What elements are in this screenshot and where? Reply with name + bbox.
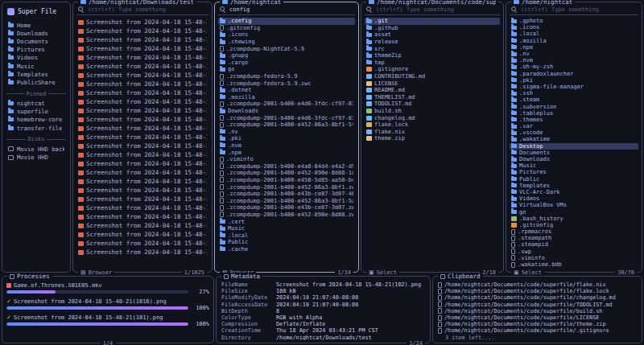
file-row[interactable]: go [510, 208, 638, 215]
file-row[interactable]: .github [365, 25, 500, 32]
file-row[interactable]: release [365, 39, 500, 46]
file-row[interactable]: .chewing [218, 39, 355, 46]
file-row[interactable]: .var [510, 123, 638, 129]
file-row[interactable]: .npm [510, 44, 638, 51]
file-row[interactable]: Pictures [510, 169, 638, 175]
file-row[interactable]: .npm [218, 149, 355, 156]
file-row[interactable]: Screenshot from 2024-04-18 15-48-21(123)… [76, 221, 208, 230]
file-row[interactable]: .wakatime [510, 136, 638, 142]
file-row[interactable]: flake.lock [365, 121, 500, 129]
file-row[interactable]: .zcompdump-fedora-5.9.zwc [218, 80, 355, 87]
file-row[interactable]: Videos [510, 195, 638, 202]
sidebar-disk-item[interactable]: Movie HHD [6, 153, 66, 161]
file-row[interactable]: Music [510, 162, 638, 169]
file-row[interactable]: theme.zip [365, 135, 500, 142]
file-row[interactable]: changelog.md [365, 114, 500, 121]
file-row[interactable]: .cargo [218, 60, 355, 67]
sidebar-item[interactable]: Documents [6, 37, 66, 45]
file-row[interactable]: .dotnet [218, 87, 355, 94]
sidebar-pinned-item[interactable]: nightcat [6, 100, 66, 108]
file-row[interactable]: Screenshot from 2024-04-18 15-48-21(108)… [76, 88, 208, 97]
sidebar-item[interactable]: Videos [6, 54, 66, 62]
file-row[interactable]: .nv [218, 129, 355, 136]
file-row[interactable]: tmp [365, 60, 500, 67]
file-row[interactable]: .sigma-file-manager [510, 84, 638, 90]
file-row[interactable]: Screenshot from 2024-04-18 15-48-21(109)… [76, 97, 208, 106]
file-row[interactable]: README.md [365, 87, 500, 94]
file-row[interactable]: Screenshot from 2024-04-18 15-48-21(117)… [76, 168, 208, 177]
file-row[interactable]: .mozilla [218, 94, 355, 101]
file-row[interactable]: CONTRIBUTING.md [365, 73, 500, 80]
file-row[interactable]: .zcompdump-2001-b400-e452-890e-8d88-1db3 [218, 170, 355, 177]
file-row[interactable]: Screenshot from 2024-04-18 15-48-21(105)… [76, 62, 208, 71]
file-row[interactable]: Public [510, 176, 638, 183]
file-row[interactable]: Screenshot from 2024-04-18 15-48-21(100)… [76, 18, 208, 27]
file-row[interactable]: .swp [510, 248, 638, 255]
file-row[interactable]: Screenshot from 2024-04-18 15-48-21(110)… [76, 106, 208, 115]
file-row[interactable]: .steampid [510, 241, 638, 248]
file-row[interactable]: Screenshot from 2024-04-18 15-48-21(104)… [76, 53, 208, 62]
file-row[interactable]: .paradoxlauncher [510, 71, 638, 77]
file-row[interactable]: .icons [218, 31, 355, 39]
sidebar-pinned-item[interactable]: homebrew-core [6, 116, 66, 124]
clipboard-item[interactable]: /home/nightcat/Documents/code/superfile/… [438, 314, 638, 321]
file-row[interactable]: .zcompdump-2001-b400-e452-86a3-8bf1-5a0d [218, 197, 355, 204]
file-row[interactable]: .themes [510, 117, 638, 123]
file-row[interactable]: go [218, 66, 355, 73]
file-row[interactable]: .steam [510, 97, 638, 103]
file-row[interactable]: .bash_history [510, 216, 638, 222]
file-row[interactable]: .git [365, 18, 500, 25]
file-row[interactable]: .gitignore [365, 66, 500, 73]
file-row[interactable]: .zcompdump-2001-b400-e4d6-3fdc-cf97-8189… [218, 114, 355, 121]
file-row[interactable]: .pki [218, 135, 355, 142]
sidebar-pinned-item[interactable]: superfile [6, 108, 66, 116]
file-row[interactable]: .viminfo [218, 156, 355, 163]
file-row[interactable]: .nv [510, 51, 638, 57]
file-row[interactable]: .wakatime.bdb [510, 261, 638, 268]
sidebar-item[interactable]: Home [6, 21, 66, 29]
file-row[interactable]: .gitconfig [218, 25, 355, 32]
file-row[interactable]: VLC-Arc-Dark [510, 189, 638, 195]
file-row[interactable]: LICENSE [365, 80, 500, 87]
file-row[interactable]: .zcompdump-NightCat-5.9 [218, 45, 355, 52]
file-row[interactable]: build.sh [365, 108, 500, 115]
file-row[interactable]: flake.nix [365, 129, 500, 136]
file-row[interactable]: .zcompdump-2001-b400-e452-86a3-8bf1-5f6c [218, 121, 355, 129]
search-input[interactable]: (ctrl+f) Type something [510, 5, 638, 15]
file-row[interactable]: Screenshot from 2024-04-18 15-48-21(106)… [76, 71, 208, 80]
clipboard-item[interactable]: /home/nightcat/Documents/code/superfile/… [438, 302, 638, 308]
sidebar-item[interactable]: Templates [6, 70, 66, 78]
process-item[interactable]: Screenshot from 2024-04-18 15-48-21(101)… [6, 314, 209, 327]
process-item[interactable]: Game.of.Thrones.S01E05.mkv 27% [6, 281, 209, 295]
file-row[interactable]: .cache [218, 246, 355, 253]
file-row[interactable]: Documents [510, 150, 638, 156]
sidebar-item[interactable]: Music [6, 62, 66, 70]
sidebar-disk-item[interactable]: Movie HHD backup [6, 145, 66, 153]
file-row[interactable]: TODOLIST.md [365, 101, 500, 108]
file-row[interactable]: Screenshot from 2024-04-18 15-48-21(102)… [76, 35, 208, 44]
clipboard-item[interactable]: /home/nightcat/Documents/code/superfile/… [438, 288, 638, 294]
file-row[interactable]: .zcompdump-fedora-5.9 [218, 73, 355, 80]
search-input[interactable]: config [218, 5, 355, 15]
clipboard-item[interactable]: /home/nightcat/Documents/code/superfile/… [438, 327, 638, 334]
file-row[interactable]: .gitconfig [510, 222, 638, 228]
file-row[interactable]: .nvm [510, 57, 638, 64]
file-row[interactable]: .viminfo [510, 255, 638, 261]
clipboard-item[interactable]: /home/nightcat/Documents/code/superfile/… [438, 308, 638, 314]
file-row[interactable]: Screenshot from 2024-04-18 15-48-21(114)… [76, 142, 208, 150]
file-row[interactable]: .zcompdump-2001-b400-e4a8-84d4-e4a2-d9e1 [218, 162, 355, 170]
file-row[interactable]: .ssh [510, 90, 638, 97]
clipboard-item[interactable]: /home/nightcat/Documents/code/superfile/… [438, 281, 638, 288]
file-row[interactable]: .gphoto [510, 18, 638, 24]
file-row[interactable]: Screenshot from 2024-04-18 15-48-21(118)… [76, 177, 208, 186]
file-row[interactable]: .config [218, 18, 355, 25]
file-row[interactable]: Screenshot from 2024-04-18 15-48-21(103)… [76, 44, 208, 53]
file-row[interactable]: Screenshot from 2024-04-18 15-48-21(101)… [76, 27, 208, 35]
file-row[interactable]: .zcompdump-2001-b400-e450-5d85-aa50-bc11 [218, 177, 355, 184]
file-row[interactable]: .zcompdump-2001-b400-e4d6-3fdc-cf97-8189… [218, 101, 355, 108]
file-row[interactable]: .oh-my-zsh [510, 64, 638, 70]
clipboard-item[interactable]: /home/nightcat/Documents/code/superfile/… [438, 294, 638, 301]
file-row[interactable]: .pki [510, 77, 638, 84]
file-row[interactable]: Screenshot from 2024-04-18 15-48-21(125)… [76, 239, 208, 248]
file-row[interactable]: Screenshot from 2024-04-18 15-48-21(124)… [76, 230, 208, 239]
